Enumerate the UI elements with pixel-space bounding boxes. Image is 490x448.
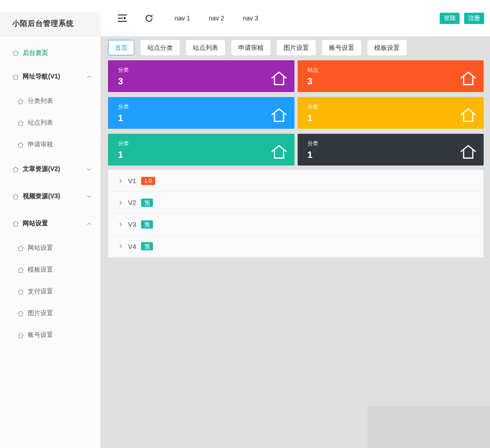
home-icon <box>17 120 24 127</box>
sidebar-item-label: 网站设置 <box>28 244 53 252</box>
tab-site-list[interactable]: 站点列表 <box>186 40 225 55</box>
sidebar-item-label: 支付设置 <box>28 287 53 296</box>
tab-template-settings[interactable]: 模板设置 <box>368 40 407 55</box>
sidebar-item-site-settings[interactable]: 网站设置 <box>0 237 100 259</box>
sidebar-group-label: 文章资源(V2) <box>23 165 60 173</box>
sidebar-header: 小陌后台管理系统 <box>0 12 100 36</box>
chevron-down-icon <box>86 166 92 172</box>
stat-card-label: 站点 <box>308 66 484 74</box>
collapse-row-v2[interactable]: V2 预 <box>108 192 483 214</box>
collapse-row-label: V3 <box>128 220 136 228</box>
home-icon <box>12 193 19 200</box>
home-icon <box>17 267 24 273</box>
collapse-row-v3[interactable]: V3 预 <box>108 214 483 235</box>
chevron-right-icon <box>118 221 124 228</box>
collapse-menu-icon[interactable] <box>117 13 128 24</box>
version-badge: 预 <box>141 199 153 207</box>
home-icon <box>12 73 19 80</box>
nav-link-3[interactable]: nav 3 <box>241 15 260 22</box>
sidebar-item-image-settings[interactable]: 图片设置 <box>0 302 100 324</box>
home-icon <box>17 288 24 295</box>
stat-card-category-purple: 分类 3 <box>108 60 294 92</box>
version-badge: 预 <box>141 242 153 250</box>
tab-image-settings[interactable]: 图片设置 <box>277 40 316 55</box>
house-icon <box>460 107 477 124</box>
stat-card-label: 分类 <box>308 140 484 147</box>
stat-card-category-blue: 分类 1 <box>108 97 294 129</box>
home-icon <box>12 49 19 56</box>
sidebar-group-video-res-v3[interactable]: 视频资源(V3) <box>0 183 100 210</box>
stat-card-label: 分类 <box>308 103 484 111</box>
version-badge: 预 <box>141 220 153 229</box>
nav-link-2[interactable]: nav 2 <box>207 15 226 22</box>
sidebar-item-label: 后台首页 <box>23 49 48 57</box>
stat-card-label: 分类 <box>118 140 294 147</box>
sidebar-group-label: 网站设置 <box>23 219 48 228</box>
sidebar-group-url-nav-v1[interactable]: 网址导航(V1) <box>0 63 100 90</box>
refresh-icon[interactable] <box>144 14 154 23</box>
version-badge: 1.0 <box>141 177 155 185</box>
stat-card-category-yellow: 分类 1 <box>298 97 484 129</box>
stat-card-site-orange: 站点 3 <box>298 60 484 92</box>
top-navbar: nav 1 nav 2 nav 3 登陆 注册 <box>101 0 490 36</box>
chevron-up-icon <box>86 74 92 80</box>
collapse-row-label: V4 <box>128 243 136 250</box>
auth-buttons: 登陆 注册 <box>440 13 484 24</box>
stat-card-value: 1 <box>308 150 484 160</box>
collapse-row-v4[interactable]: V4 预 <box>108 235 483 257</box>
collapse-row-v1[interactable]: V1 1.0 <box>108 170 483 192</box>
stat-card-value: 3 <box>118 76 294 87</box>
collapse-row-label: V2 <box>128 199 136 206</box>
sidebar-item-label: 图片设置 <box>28 309 53 317</box>
home-icon <box>12 166 19 173</box>
main-content: 首页 站点分类 站点列表 申请审核 图片设置 账号设置 模板设置 分类 3 站点… <box>101 36 490 448</box>
watermark <box>368 406 490 448</box>
nav-link-1[interactable]: nav 1 <box>173 15 192 22</box>
home-icon <box>17 98 24 105</box>
stat-card-label: 分类 <box>118 103 294 111</box>
sidebar-item-apply-review[interactable]: 申请审核 <box>0 134 100 156</box>
stat-card-category-dark: 分类 1 <box>298 134 484 166</box>
sidebar-item-label: 站点列表 <box>28 119 53 127</box>
sidebar-item-template-settings[interactable]: 模板设置 <box>0 259 100 281</box>
house-icon <box>460 70 477 87</box>
house-icon <box>270 143 288 161</box>
sidebar-group-label: 网址导航(V1) <box>23 73 60 81</box>
sidebar-menu: 后台首页 网址导航(V1) 分类列表 站点列表 申请审核 文章资源(V2) <box>0 36 100 346</box>
sidebar-item-site-list[interactable]: 站点列表 <box>0 112 100 134</box>
sidebar-item-label: 账号设置 <box>28 331 53 339</box>
stat-card-value: 1 <box>308 113 484 123</box>
chevron-right-icon <box>118 200 124 206</box>
chevron-up-icon <box>86 221 92 227</box>
tab-bar: 首页 站点分类 站点列表 申请审核 图片设置 账号设置 模板设置 <box>108 40 484 55</box>
login-button[interactable]: 登陆 <box>440 13 460 24</box>
sidebar: 小陌后台管理系统 后台首页 网址导航(V1) 分类列表 站点列表 申请审核 文章… <box>0 12 101 448</box>
home-icon <box>12 220 19 227</box>
version-collapse-panel: V1 1.0 V2 预 V3 预 V4 预 <box>108 170 484 258</box>
app-title: 小陌后台管理系统 <box>12 19 74 29</box>
house-icon <box>270 107 288 124</box>
sidebar-item-payment-settings[interactable]: 支付设置 <box>0 281 100 302</box>
chevron-right-icon <box>118 178 124 184</box>
sidebar-item-label: 分类列表 <box>28 97 53 105</box>
register-button[interactable]: 注册 <box>464 13 484 24</box>
sidebar-item-label: 模板设置 <box>28 266 53 274</box>
stat-cards: 分类 3 站点 3 分类 1 分类 1 分类 1 分类 1 <box>108 60 484 166</box>
sidebar-item-category-list[interactable]: 分类列表 <box>0 90 100 112</box>
tab-site-category[interactable]: 站点分类 <box>141 40 180 55</box>
home-icon <box>17 141 24 148</box>
sidebar-item-account-settings[interactable]: 账号设置 <box>0 324 100 346</box>
home-icon <box>17 310 24 317</box>
tab-apply-review[interactable]: 申请审核 <box>231 40 270 55</box>
tab-home[interactable]: 首页 <box>108 40 134 55</box>
tab-account-settings[interactable]: 账号设置 <box>322 40 361 55</box>
house-icon <box>270 70 288 87</box>
chevron-down-icon <box>86 194 92 200</box>
sidebar-group-site-settings[interactable]: 网站设置 <box>0 210 100 237</box>
stat-card-value: 3 <box>308 76 484 87</box>
sidebar-group-label: 视频资源(V3) <box>23 192 60 200</box>
sidebar-group-article-res-v2[interactable]: 文章资源(V2) <box>0 156 100 183</box>
stat-card-value: 1 <box>118 113 294 123</box>
sidebar-item-backend-home[interactable]: 后台首页 <box>0 43 100 63</box>
stat-card-value: 1 <box>118 150 294 160</box>
